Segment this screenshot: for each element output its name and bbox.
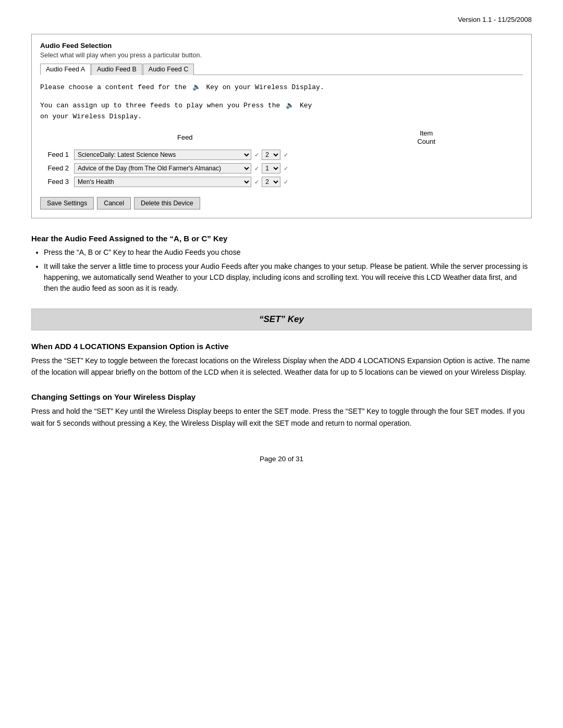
feed-2-select-cell: Advice of the Day (from The Old Farmer's… [72,162,330,175]
audio-feed-bullets: Press the “A, B or C” Key to hear the Au… [44,247,532,294]
cancel-button[interactable]: Cancel [97,197,131,209]
feed-1-label: Feed 1 [40,148,72,162]
tab-audio-feed-a[interactable]: Audio Feed A [40,64,91,75]
feed-2-arrow: ✓ [254,165,259,171]
feed-1-select-cell: ScienceDaily: Latest Science News ✓ 2 1 … [72,148,330,162]
table-row: Feed 2 Advice of the Day (from The Old F… [40,162,523,175]
panel-buttons: Save Settings Cancel Delete this Device [40,197,523,209]
set-locations-body: Press the “SET” Key to toggle between th… [31,355,532,378]
item-count-header: Item Count [330,129,523,147]
feed-2-count-dropdown[interactable]: 1 2 3 [262,163,280,174]
feed-1-arrow: ✓ [254,152,259,158]
feed-3-count-dropdown[interactable]: 2 1 3 [262,177,280,187]
set-locations-heading: When ADD 4 LOCATIONS Expansion Option is… [31,342,532,351]
feed-3-count-arrow: ✓ [284,179,288,185]
panel-instruction-2: You can assign up to three feeds to play… [40,101,523,122]
section-changing-settings: Changing Settings on Your Wireless Displ… [31,392,532,429]
feed-1-count-arrow: ✓ [284,152,288,158]
save-settings-button[interactable]: Save Settings [40,197,94,209]
feed-1-count-dropdown[interactable]: 2 1 3 [262,150,280,160]
section-audio-feed: Hear the Audio Feed Assigned to the “A, … [31,234,532,294]
feed-3-select-cell: Men's Health ✓ 2 1 3 ✓ [72,175,330,189]
changing-settings-body: Press and hold the “SET” Key until the W… [31,405,532,429]
speaker-icon-2: 🔈 [286,101,294,112]
audio-bullet-2: It will take the server a little time to… [44,261,532,294]
delete-device-button[interactable]: Delete this Device [134,197,200,209]
audio-feed-heading: Hear the Audio Feed Assigned to the “A, … [31,234,532,243]
panel-subtitle: Select what will play when you press a p… [40,52,523,59]
table-row: Feed 1 ScienceDaily: Latest Science News… [40,148,523,162]
panel-instruction-1: Please choose a content feed for the 🔈 K… [40,82,523,93]
changing-settings-heading: Changing Settings on Your Wireless Displ… [31,392,532,401]
feed-column-header: Feed [40,129,330,147]
feed-3-arrow: ✓ [254,179,259,185]
set-key-banner: “SET” Key [31,309,532,330]
tab-audio-feed-c[interactable]: Audio Feed C [143,64,194,75]
speaker-icon-1: 🔈 [192,82,201,93]
audio-feed-panel: Audio Feed Selection Select what will pl… [31,34,532,218]
feed-3-dropdown[interactable]: Men's Health [74,177,251,187]
section-set-locations: When ADD 4 LOCATIONS Expansion Option is… [31,342,532,378]
feed-1-dropdown[interactable]: ScienceDaily: Latest Science News [74,150,251,160]
page-footer: Page 20 of 31 [31,455,532,463]
audio-bullet-1: Press the “A, B or C” Key to hear the Au… [44,247,532,258]
tab-audio-feed-b[interactable]: Audio Feed B [91,64,142,75]
feed-3-label: Feed 3 [40,175,72,189]
feed-2-label: Feed 2 [40,162,72,175]
panel-title: Audio Feed Selection [40,42,523,50]
feed-table: Feed Item Count Feed 1 ScienceDaily: Lat… [40,129,523,188]
version-label: Version 1.1 - 11/25/2008 [31,16,532,23]
feed-tabs: Audio Feed A Audio Feed B Audio Feed C [40,63,523,75]
feed-2-count-arrow: ✓ [284,165,288,171]
feed-2-dropdown[interactable]: Advice of the Day (from The Old Farmer's… [74,163,251,174]
table-row: Feed 3 Men's Health ✓ 2 1 3 ✓ [40,175,523,189]
